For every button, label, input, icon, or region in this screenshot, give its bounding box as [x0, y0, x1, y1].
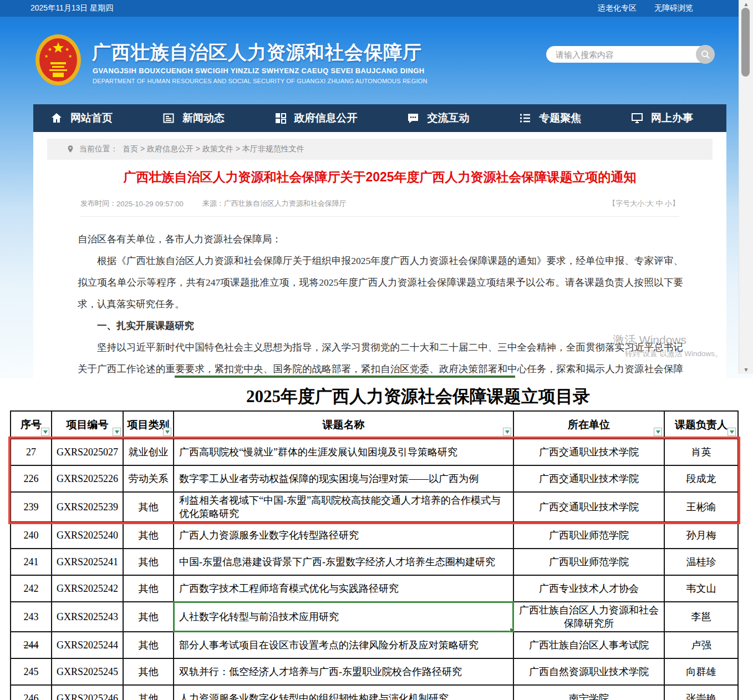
project-table-body: 27GXRS2025027就业创业广西高职院校“慢就业”群体的生涯发展认知困境及…: [11, 439, 738, 700]
cell-seq[interactable]: 246: [11, 685, 52, 700]
cell-leader[interactable]: 卢强: [664, 632, 738, 658]
scroll-down-arrow[interactable]: ▼: [739, 367, 753, 373]
location-pin-icon: [66, 145, 75, 154]
font-size-widget[interactable]: 【字号大小:大 中 小】: [608, 199, 679, 209]
col-header-org: 所在单位: [513, 411, 664, 439]
filter-dropdown-button[interactable]: [41, 428, 49, 436]
filter-dropdown-button[interactable]: [727, 428, 736, 436]
col-header-label: 所在单位: [568, 419, 610, 430]
cell-leader[interactable]: 段成龙: [664, 465, 738, 492]
paragraph: 根据《广西壮族自治区人力资源和社会保障厅关于组织申报2025年度广西人力资源社会…: [78, 250, 683, 315]
vertical-scrollbar[interactable]: ▲ ▼: [739, 0, 753, 374]
scroll-up-arrow[interactable]: ▲: [739, 1, 753, 7]
cell-seq[interactable]: 243: [11, 602, 52, 632]
cell-code[interactable]: GXRS2025240: [52, 522, 123, 549]
filter-dropdown-button[interactable]: [163, 428, 171, 436]
elderly-mode-link[interactable]: 适老化专区: [598, 3, 637, 13]
cell-code[interactable]: GXRS2025241: [52, 549, 123, 575]
paragraph: 自治区各有关单位，各市人力资源社会保障局：: [78, 229, 683, 250]
search-button[interactable]: [696, 45, 715, 64]
cell-topic[interactable]: 中国-东盟信息港建设背景下广西-东盟数字经济人才培养生态圈构建研究: [174, 549, 513, 575]
cell-org[interactable]: 广西交通职业技术学院: [513, 439, 664, 465]
nav-label: 网上办事: [651, 111, 693, 125]
nav-item-topics[interactable]: 专题聚焦: [518, 111, 581, 125]
nav-item-gov-info[interactable]: 政府信息公开: [274, 111, 358, 125]
cell-topic[interactable]: 人力资源服务业数字化转型中的组织韧性构建与演化机制研究: [174, 685, 513, 700]
cell-seq[interactable]: 239: [11, 492, 52, 522]
table-row: 242GXRS2025242其他广西数字技术工程师培育模式优化与实践路径研究广西…: [11, 575, 738, 602]
cell-code[interactable]: GXRS2025243: [52, 602, 123, 632]
cell-leader[interactable]: 张崇艳: [664, 685, 738, 700]
cell-org[interactable]: 广西职业师范学院: [513, 549, 664, 575]
cell-category[interactable]: 其他: [123, 549, 174, 575]
cell-code[interactable]: GXRS2025244: [52, 632, 123, 658]
cell-leader[interactable]: 温桂珍: [664, 549, 738, 575]
nav-item-news[interactable]: 新闻动态: [162, 111, 225, 125]
nav-item-interaction[interactable]: 交流互动: [406, 111, 469, 125]
cell-topic[interactable]: 部分人事考试项目在设区市设置考点的法律风险分析及应对策略研究: [174, 632, 513, 658]
cell-seq[interactable]: 244: [11, 632, 52, 658]
cell-topic[interactable]: 广西高职院校“慢就业”群体的生涯发展认知困境及引导策略研究: [174, 439, 513, 465]
cell-code[interactable]: GXRS2025027: [52, 439, 123, 465]
cell-leader[interactable]: 孙月梅: [664, 522, 738, 549]
source: 广西壮族自治区人力资源和社会保障厅: [224, 199, 347, 209]
cell-code[interactable]: GXRS2025246: [52, 685, 123, 700]
cell-category[interactable]: 劳动关系: [123, 465, 174, 492]
filter-dropdown-button[interactable]: [503, 428, 511, 436]
cell-topic[interactable]: 双轨并行：低空经济人才培养与广西-东盟职业院校合作路径研究: [174, 658, 513, 685]
cell-org[interactable]: 南宁学院: [513, 685, 664, 700]
cell-category[interactable]: 其他: [123, 522, 174, 549]
cell-leader[interactable]: 肖英: [664, 439, 738, 465]
filter-dropdown-button[interactable]: [113, 428, 121, 436]
info-grid-icon: [274, 111, 287, 125]
col-header-code: 项目编号: [52, 411, 123, 439]
cell-category[interactable]: 其他: [123, 602, 174, 632]
nav-item-home[interactable]: 网站首页: [50, 111, 113, 125]
nav-label: 政府信息公开: [294, 111, 358, 125]
cell-category[interactable]: 其他: [123, 575, 174, 602]
cell-topic[interactable]: 利益相关者视域下“中国-东盟”高职院校高技能交通人才培养的合作模式与优化策略研究: [174, 492, 513, 522]
cell-org[interactable]: 广西自然资源职业技术学院: [513, 658, 664, 685]
cell-category[interactable]: 其他: [123, 492, 174, 522]
cell-org[interactable]: 广西交通职业技术学院: [513, 492, 664, 522]
filter-dropdown-button[interactable]: [654, 428, 662, 436]
cell-org[interactable]: 广西职业师范学院: [513, 522, 664, 549]
cell-category[interactable]: 其他: [123, 658, 174, 685]
search-input[interactable]: [546, 46, 694, 63]
cell-code[interactable]: GXRS2025245: [52, 658, 123, 685]
scrollbar-thumb[interactable]: [741, 8, 750, 77]
cell-seq[interactable]: 242: [11, 575, 52, 602]
cell-category[interactable]: 其他: [123, 685, 174, 700]
cell-code[interactable]: GXRS2025226: [52, 465, 123, 492]
cell-topic[interactable]: 数字零工从业者劳动权益保障的现实困境与治理对策——以广西为例: [174, 465, 513, 492]
col-header-leader: 课题负责人: [664, 411, 738, 439]
cell-code[interactable]: GXRS2025239: [52, 492, 123, 522]
cell-seq[interactable]: 245: [11, 658, 52, 685]
cell-topic[interactable]: 人社数字化转型与前沿技术应用研究: [174, 602, 513, 632]
cell-category[interactable]: 其他: [123, 632, 174, 658]
cell-org[interactable]: 广西交通职业技术学院: [513, 465, 664, 492]
cell-leader[interactable]: 韦文山: [664, 575, 738, 602]
cell-seq[interactable]: 241: [11, 549, 52, 575]
cell-org[interactable]: 广西壮族自治区人事考试院: [513, 632, 664, 658]
nav-label: 专题聚焦: [539, 111, 581, 125]
cell-seq[interactable]: 240: [11, 522, 52, 549]
source-label: 来源：: [202, 199, 224, 209]
cell-leader[interactable]: 王彬谕: [664, 492, 738, 522]
cell-org[interactable]: 广西壮族自治区人力资源和社会保障研究所: [513, 602, 664, 632]
cell-org[interactable]: 广西专业技术人才协会: [513, 575, 664, 602]
cell-topic[interactable]: 广西数字技术工程师培育模式优化与实践路径研究: [174, 575, 513, 602]
cell-topic[interactable]: 广西人力资源服务业数字化转型路径研究: [174, 522, 513, 549]
cell-seq[interactable]: 226: [11, 465, 52, 492]
nav-item-online-service[interactable]: 网上办事: [630, 111, 693, 125]
cell-leader[interactable]: 向群雄: [664, 658, 738, 685]
article-body: 自治区各有关单位，各市人力资源社会保障局： 根据《广西壮族自治区人力资源和社会保…: [78, 222, 683, 378]
svg-text:★: ★: [65, 47, 69, 52]
cell-seq[interactable]: 27: [11, 439, 52, 465]
accessibility-link[interactable]: 无障碍浏览: [654, 3, 693, 13]
breadcrumb-path[interactable]: 首页 > 政府信息公开 > 政策文件 > 本厅非规范性文件: [123, 144, 304, 154]
cell-leader[interactable]: 李邕: [664, 602, 738, 632]
cell-code[interactable]: GXRS2025242: [52, 575, 123, 602]
col-header-topic: 课题名称: [174, 411, 513, 439]
cell-category[interactable]: 就业创业: [123, 439, 174, 465]
